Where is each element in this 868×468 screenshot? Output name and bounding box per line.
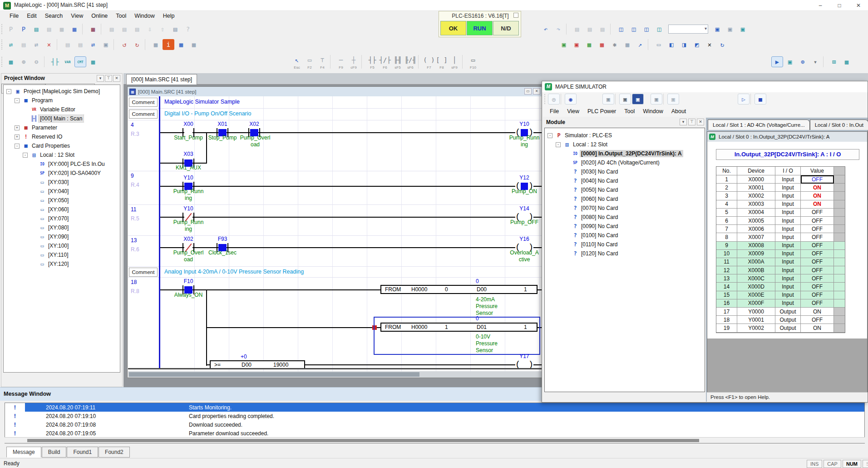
comment-cell[interactable]: Comment — [129, 98, 158, 107]
settings-gear-icon[interactable]: ✱ — [609, 39, 621, 50]
menu-item[interactable]: Tool — [620, 106, 639, 117]
doc-settings-icon[interactable]: ▤ — [597, 24, 608, 35]
doc-import-icon[interactable]: ▤ — [106, 24, 118, 35]
tree-expander-icon[interactable]: - — [15, 144, 20, 149]
verify-source-icon[interactable]: ▤ — [571, 24, 583, 35]
new-page-icon[interactable]: ▭ — [653, 39, 665, 50]
io-table-row[interactable]: 8 X0007 Input OFF — [716, 233, 845, 241]
io-table-row[interactable]: 19 Y0002 Output ON — [716, 324, 845, 332]
device-monitor-icon[interactable]: ▣ — [619, 94, 631, 105]
scrollbar-thumb[interactable] — [27, 439, 699, 442]
dock-pin-icon[interactable]: ⊤ — [688, 119, 695, 125]
menu-item[interactable]: Window — [639, 106, 667, 117]
io-table-row[interactable]: 10 X0009 Input OFF — [716, 250, 845, 258]
plc-status-checkbox[interactable] — [513, 13, 518, 18]
tree-item[interactable]: ? [0100] No Card — [545, 231, 705, 240]
tree-item[interactable]: ? [0030] No Card — [545, 167, 705, 176]
closed-branch-icon[interactable]: ╟/╢ — [404, 55, 416, 65]
zoom-in-icon[interactable]: ⊕ — [18, 56, 30, 67]
open-contact-icon[interactable]: ┤├ — [366, 55, 378, 65]
monitor-display-icon[interactable]: ▦ — [87, 56, 99, 67]
cell-value[interactable]: ON — [801, 308, 834, 316]
io-table-row[interactable]: 17 Y0000 Output ON — [716, 308, 845, 316]
buffer-monitor-icon[interactable]: ▣ — [651, 94, 662, 105]
transfer-setup-icon[interactable]: ⇄ — [5, 39, 17, 50]
swap-icon[interactable]: ⇄ — [30, 39, 42, 50]
pages-paste-icon[interactable]: ◨ — [678, 39, 690, 50]
menu-item[interactable]: PLC Power — [583, 106, 620, 117]
block-edit-icon[interactable]: ▦ — [150, 39, 162, 50]
tree-item[interactable]: ▭ [XY:120] — [4, 259, 120, 269]
merge-source-icon[interactable]: ▤ — [584, 24, 596, 35]
tree-expander-icon[interactable]: + — [15, 125, 20, 130]
plc-verify-icon[interactable]: ◫ — [641, 24, 652, 35]
cell-value[interactable]: OFF — [801, 299, 834, 308]
write-mode-icon[interactable]: ⊤ — [316, 55, 328, 65]
ladder-comment[interactable]: Analog Input 4-20mA / 0-10V Pressure Sen… — [164, 269, 304, 275]
tree-item[interactable]: SP [XY:020] IO-SA0400Y — [4, 169, 120, 178]
plc-monitor-icon[interactable]: ◫ — [653, 24, 665, 35]
tree-item[interactable]: ▭ [XY:070] — [4, 214, 120, 223]
plc-status-lamp[interactable]: RUN — [467, 21, 493, 35]
menu-item[interactable]: Window — [130, 11, 158, 21]
cell-value[interactable]: OFF — [801, 258, 834, 266]
tree-item[interactable]: + ■ Parameter — [4, 123, 120, 132]
plc-read-icon[interactable]: ◫ — [615, 24, 627, 35]
menu-item[interactable]: View — [563, 106, 583, 117]
tree-item[interactable]: ▭ [XY:110] — [4, 250, 120, 259]
dock-close-icon[interactable]: ✕ — [697, 119, 704, 125]
closed-contact-icon[interactable]: ┤/├ — [379, 55, 391, 65]
tree-item[interactable]: - ▤ Local : 12 Slot — [4, 150, 120, 159]
device-table-icon[interactable]: ▦ — [583, 39, 595, 50]
plc-status-lamp[interactable]: N/D — [493, 21, 519, 35]
ladder-mode-icon[interactable]: ▦ — [5, 56, 17, 67]
read-mode-icon[interactable]: ▭ — [304, 55, 316, 65]
calculator-icon[interactable]: ▦ — [621, 39, 633, 50]
remote-stop-icon[interactable]: ▣ — [724, 24, 736, 35]
device-combobox[interactable] — [668, 25, 708, 34]
ladder-symbol-icon[interactable]: ┤├ — [49, 56, 61, 67]
keyword-setup-icon[interactable]: ▣ — [737, 24, 749, 35]
cell-value[interactable]: OFF — [801, 291, 834, 299]
save-all-icon[interactable]: ▦ — [69, 24, 80, 35]
tree-item[interactable]: ▭ [XY:090] — [4, 232, 120, 241]
dock-menu-icon[interactable]: ▾ — [680, 119, 687, 125]
cell-value[interactable]: OFF — [801, 242, 834, 250]
line-delete-icon[interactable]: ┼ — [348, 55, 360, 65]
from-instruction-1[interactable]: FROM H0000 0 D00 1 — [380, 285, 538, 294]
log-entry[interactable]: ! 2024.08.20 07:19:11 Starts Monitoring. — [5, 403, 864, 412]
io-table-row[interactable]: 9 X0008 Input OFF — [716, 242, 845, 250]
dock-pin-icon[interactable]: ⊤ — [105, 75, 112, 82]
device-comment-icon[interactable]: ▦ — [841, 56, 853, 67]
memory-icon[interactable]: ▦ — [188, 39, 200, 50]
pages-merge-icon[interactable]: ◩ — [691, 39, 703, 50]
tree-item[interactable]: ? [0110] No Card — [545, 240, 705, 249]
sim-power-on-icon[interactable]: ◉ — [565, 94, 577, 105]
cut-icon[interactable]: ✕ — [704, 39, 715, 50]
message-tab[interactable]: Found2 — [99, 447, 130, 458]
insert-row-icon[interactable]: ⊞ — [828, 56, 840, 67]
cell-value[interactable]: OFF — [801, 175, 834, 184]
dock-menu-icon[interactable]: ▾ — [97, 75, 104, 82]
io-table-row[interactable]: 1 X0000 Input OFF — [716, 175, 845, 184]
tree-item[interactable]: + ! Reserved IO — [4, 132, 120, 141]
tree-item[interactable]: - ■ Card Properties — [4, 141, 120, 150]
save-copy-icon[interactable]: ▦ — [56, 24, 68, 35]
io-table-row[interactable]: 6 X0005 Input OFF — [716, 217, 845, 225]
trend-chart-icon[interactable]: ↗ — [634, 39, 646, 50]
tree-item[interactable]: ? [0080] No Card — [545, 213, 705, 222]
tree-item[interactable]: - ■ Program — [4, 96, 120, 105]
toolbar-grip[interactable] — [1, 40, 3, 50]
tree-item[interactable]: ▭ [XY:030] — [4, 178, 120, 187]
tree-item[interactable]: ▭ [XY:040] — [4, 187, 120, 196]
tree-item[interactable]: ? [0060] No Card — [545, 194, 705, 204]
sim-start-icon[interactable]: ▣ — [558, 39, 570, 50]
menu-item[interactable]: Search — [41, 11, 67, 21]
io-table-row[interactable]: 13 X000C Input OFF — [716, 274, 845, 283]
toolbar-grip[interactable] — [1, 57, 3, 67]
menu-item[interactable]: View — [67, 11, 87, 21]
tree-item[interactable]: ▭ [XY:080] — [4, 223, 120, 232]
dock-close-icon[interactable]: ✕ — [113, 75, 120, 82]
v-line-icon[interactable]: │ — [449, 55, 460, 65]
cell-value[interactable]: OFF — [801, 274, 834, 283]
